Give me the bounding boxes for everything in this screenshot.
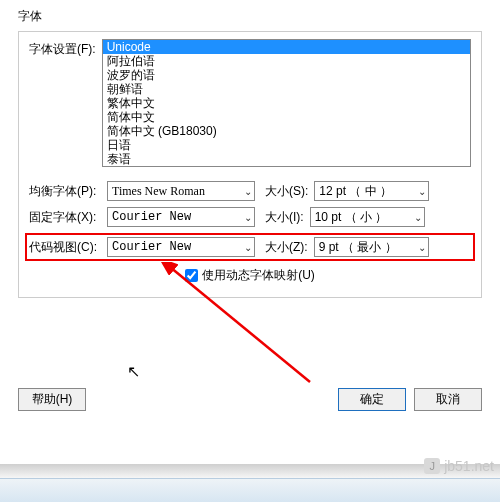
code-label: 代码视图(C): — [29, 239, 101, 256]
dynamic-mapping-input[interactable] — [185, 269, 198, 282]
fixed-size-combo[interactable]: 10 pt （ 小 ） ⌄ — [310, 207, 425, 227]
chevron-down-icon: ⌄ — [244, 242, 252, 253]
highlight-box: 代码视图(C): Courier New ⌄ 大小(Z): 9 pt （ 最小 … — [25, 233, 475, 261]
dialog-title: 字体 — [18, 8, 482, 25]
code-font-row: 代码视图(C): Courier New ⌄ 大小(Z): 9 pt （ 最小 … — [29, 237, 471, 257]
fixed-label: 固定字体(X): — [29, 209, 101, 226]
code-size-combo[interactable]: 9 pt （ 最小 ） ⌄ — [314, 237, 429, 257]
dynamic-mapping-checkbox[interactable]: 使用动态字体映射(U) — [185, 267, 315, 284]
chevron-down-icon: ⌄ — [418, 186, 426, 197]
font-dialog: 字体 字体设置(F): Unicode阿拉伯语波罗的语朝鲜语繁体中文简体中文简体… — [0, 0, 500, 427]
dynamic-mapping-label: 使用动态字体映射(U) — [202, 267, 315, 284]
list-item[interactable]: Unicode — [103, 40, 470, 54]
watermark-icon: J — [424, 458, 440, 474]
watermark: J jb51.net — [424, 458, 494, 474]
code-font-combo[interactable]: Courier New ⌄ — [107, 237, 255, 257]
chevron-down-icon: ⌄ — [418, 242, 426, 253]
list-item[interactable]: 阿拉伯语 — [103, 54, 470, 68]
proportional-size-combo[interactable]: 12 pt （ 中 ） ⌄ — [314, 181, 429, 201]
proportional-font-value: Times New Roman — [112, 184, 205, 199]
list-item[interactable]: 土耳其语 — [103, 166, 470, 167]
fixed-font-value: Courier New — [112, 210, 191, 224]
proportional-font-row: 均衡字体(P): Times New Roman ⌄ 大小(S): 12 pt … — [29, 181, 471, 201]
code-font-value: Courier New — [112, 240, 191, 254]
chevron-down-icon: ⌄ — [414, 212, 422, 223]
proportional-size-label: 大小(S): — [265, 183, 308, 200]
code-size-value: 9 pt （ 最小 ） — [319, 239, 397, 256]
fixed-font-row: 固定字体(X): Courier New ⌄ 大小(I): 10 pt （ 小 … — [29, 207, 471, 227]
font-settings-label: 字体设置(F): — [29, 39, 96, 58]
proportional-font-combo[interactable]: Times New Roman ⌄ — [107, 181, 255, 201]
chevron-down-icon: ⌄ — [244, 186, 252, 197]
chevron-down-icon: ⌄ — [244, 212, 252, 223]
help-button[interactable]: 帮助(H) — [18, 388, 86, 411]
fixed-font-combo[interactable]: Courier New ⌄ — [107, 207, 255, 227]
fixed-size-value: 10 pt （ 小 ） — [315, 209, 388, 226]
cancel-button[interactable]: 取消 — [414, 388, 482, 411]
fixed-size-label: 大小(I): — [265, 209, 304, 226]
watermark-text: jb51.net — [444, 458, 494, 474]
list-item[interactable]: 简体中文 (GB18030) — [103, 124, 470, 138]
proportional-label: 均衡字体(P): — [29, 183, 101, 200]
ok-button[interactable]: 确定 — [338, 388, 406, 411]
list-item[interactable]: 简体中文 — [103, 110, 470, 124]
list-item[interactable]: 日语 — [103, 138, 470, 152]
taskbar — [0, 478, 500, 502]
code-size-label: 大小(Z): — [265, 239, 308, 256]
button-bar: 帮助(H) 确定 取消 — [18, 388, 482, 419]
settings-group: 字体设置(F): Unicode阿拉伯语波罗的语朝鲜语繁体中文简体中文简体中文 … — [18, 31, 482, 298]
list-item[interactable]: 泰语 — [103, 152, 470, 166]
font-settings-listbox[interactable]: Unicode阿拉伯语波罗的语朝鲜语繁体中文简体中文简体中文 (GB18030)… — [102, 39, 471, 167]
list-item[interactable]: 朝鲜语 — [103, 82, 470, 96]
list-item[interactable]: 波罗的语 — [103, 68, 470, 82]
proportional-size-value: 12 pt （ 中 ） — [319, 183, 392, 200]
list-item[interactable]: 繁体中文 — [103, 96, 470, 110]
